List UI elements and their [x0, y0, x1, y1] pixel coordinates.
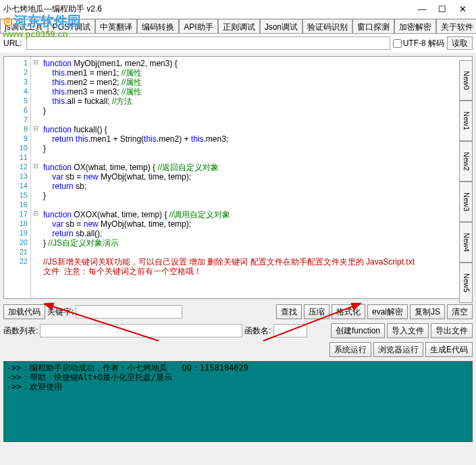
console-output: ->>：编程助手启动成功，作者：小七烤地瓜 QQ：1158184029 ->>：… [3, 361, 473, 442]
titlebar: 小七烤地瓜---编程助手 v2.6 — ☐ ✕ [0, 0, 476, 19]
fold-gutter[interactable]: ⊟⊟⊟⊟ [31, 57, 41, 298]
funclist-label: 函数列表: [3, 325, 38, 337]
tab-10[interactable]: 关于软件 [436, 19, 476, 33]
sidetab-5[interactable]: New5 [459, 263, 473, 303]
funcname-input[interactable] [273, 324, 307, 337]
import-file-button[interactable]: 导入文件 [387, 323, 429, 338]
browser-run-button[interactable]: 浏览器运行 [373, 342, 423, 357]
read-button[interactable]: 读取 [447, 36, 473, 50]
window-title: 小七烤地瓜---编程助手 v2.6 [3, 3, 412, 15]
funclist-input[interactable] [40, 324, 242, 337]
export-file-button[interactable]: 导出文件 [431, 323, 473, 338]
copy-js-button[interactable]: 复制JS [410, 304, 445, 319]
main-tabs: js调试工具POST调试中英翻译编码转换API助手正则调试Json调试验证码识别… [0, 19, 476, 34]
eval-decrypt-button[interactable]: eval解密 [367, 304, 408, 319]
minimize-button[interactable]: — [412, 2, 432, 17]
clear-button[interactable]: 清空 [447, 304, 473, 319]
tab-7[interactable]: 验证码识别 [302, 19, 352, 33]
toolbar-row-2: 函数列表: 函数名: 创建function 导入文件 导出文件 [0, 321, 476, 340]
gen-ecode-button[interactable]: 生成E代码 [425, 342, 473, 357]
keyword-input[interactable] [76, 305, 182, 319]
url-row: URL: UTF-8 解码 读取 [0, 34, 476, 53]
sidetab-0[interactable]: New0 [459, 60, 473, 101]
tab-5[interactable]: 正则调试 [218, 19, 260, 33]
create-function-button[interactable]: 创建function [331, 323, 385, 338]
tab-3[interactable]: 编码转换 [137, 19, 179, 33]
sidetab-4[interactable]: New4 [459, 222, 473, 263]
maximize-button[interactable]: ☐ [432, 2, 452, 17]
format-button[interactable]: 格式化 [332, 304, 365, 319]
code-editor[interactable]: 12345678910111213141516171819202122 ⊟⊟⊟⊟… [3, 56, 473, 299]
tab-6[interactable]: Json调试 [260, 19, 302, 33]
tab-8[interactable]: 窗口探测 [352, 19, 394, 33]
find-button[interactable]: 查找 [276, 304, 302, 319]
line-gutter: 12345678910111213141516171819202122 [4, 57, 31, 298]
url-label: URL: [3, 38, 24, 48]
sidetab-2[interactable]: New2 [459, 141, 473, 182]
toolbar-row-3: 系统运行 浏览器运行 生成E代码 [0, 340, 476, 359]
funcname-label: 函数名: [244, 325, 271, 337]
utf8-checkbox[interactable]: UTF-8 解码 [393, 38, 444, 49]
tab-4[interactable]: API助手 [179, 19, 217, 33]
keyword-label: 关键字: [47, 306, 74, 318]
system-run-button[interactable]: 系统运行 [329, 342, 371, 357]
side-tabs: New0New1New2New3New4New5 [459, 60, 473, 303]
sidetab-3[interactable]: New3 [459, 182, 473, 222]
close-button[interactable]: ✕ [452, 2, 473, 17]
tab-0[interactable]: js调试工具 [0, 19, 48, 33]
compress-button[interactable]: 压缩 [304, 304, 329, 319]
code-content[interactable]: function MyObj(men1, men2, men3) { this.… [41, 57, 472, 298]
url-input[interactable] [26, 36, 390, 50]
tab-9[interactable]: 加密解密 [394, 19, 436, 33]
tab-1[interactable]: POST调试 [48, 19, 96, 33]
tab-2[interactable]: 中英翻译 [95, 19, 137, 33]
window-controls: — ☐ ✕ [412, 2, 473, 17]
toolbar-row-1: 加载代码 关键字: 查找 压缩 格式化 eval解密 复制JS 清空 [0, 302, 476, 321]
sidetab-1[interactable]: New1 [459, 101, 473, 141]
load-code-button[interactable]: 加载代码 [3, 304, 45, 319]
